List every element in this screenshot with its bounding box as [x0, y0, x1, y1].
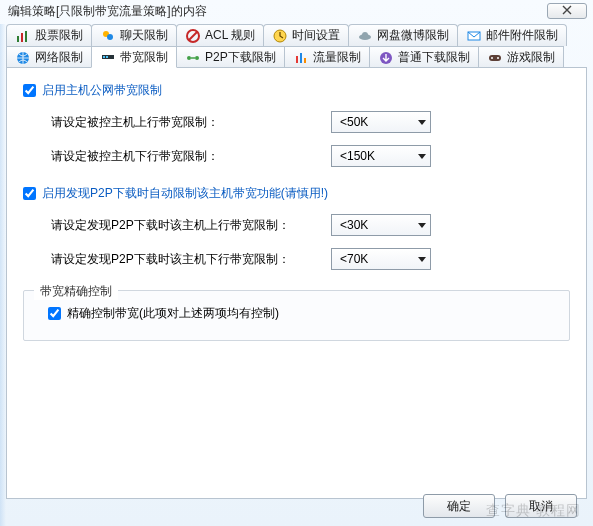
dropdown-upload-limit[interactable]: <50K [331, 111, 431, 133]
dropdown-download-limit[interactable]: <150K [331, 145, 431, 167]
tab-label: 股票限制 [35, 27, 83, 44]
label-precise-control: 精确控制带宽(此项对上述两项均有控制) [67, 305, 279, 322]
acl-icon [185, 28, 201, 44]
tab-label: 带宽限制 [120, 49, 168, 66]
mail-icon [466, 28, 482, 44]
row-p2p-upload-limit: 请设定发现P2P下载时该主机上行带宽限制： <30K [51, 214, 570, 236]
game-icon [487, 50, 503, 66]
dropdown-value: <30K [340, 218, 368, 232]
tab-row-1: 股票限制 聊天限制 ACL 规则 时间设置 网盘微博限制 邮件附件限制 [6, 24, 587, 46]
label-enable-p2p: 启用发现P2P下载时自动限制该主机带宽功能(请慎用!) [42, 185, 328, 202]
svg-rect-14 [106, 56, 108, 58]
svg-rect-19 [300, 53, 302, 63]
svg-line-6 [189, 32, 197, 40]
stock-icon [15, 28, 31, 44]
row-p2p-download-limit: 请设定发现P2P下载时该主机下行带宽限制： <70K [51, 248, 570, 270]
tab-p2p-limit[interactable]: P2P下载限制 [176, 46, 285, 68]
row-enable-p2p: 启用发现P2P下载时自动限制该主机带宽功能(请慎用!) [23, 185, 570, 202]
group-main-limits: 请设定被控主机上行带宽限制： <50K 请设定被控主机下行带宽限制： <150K [51, 111, 570, 167]
group-p2p-limits: 请设定发现P2P下载时该主机上行带宽限制： <30K 请设定发现P2P下载时该主… [51, 214, 570, 270]
ok-button[interactable]: 确定 [423, 494, 495, 518]
tab-label: 网盘微博限制 [377, 27, 449, 44]
svg-rect-22 [489, 55, 501, 61]
dropdown-p2p-download-limit[interactable]: <70K [331, 248, 431, 270]
label-enable-main: 启用主机公网带宽限制 [42, 82, 162, 99]
dropdown-value: <50K [340, 115, 368, 129]
tab-bandwidth-limit[interactable]: 带宽限制 [91, 46, 177, 68]
chat-icon [100, 28, 116, 44]
button-label: 确定 [447, 498, 471, 515]
tab-time-settings[interactable]: 时间设置 [263, 24, 349, 46]
tab-stock-limit[interactable]: 股票限制 [6, 24, 92, 46]
clock-icon [272, 28, 288, 44]
tab-label: 网络限制 [35, 49, 83, 66]
svg-point-24 [497, 57, 499, 59]
checkbox-precise-control[interactable] [48, 307, 61, 320]
row-upload-limit: 请设定被控主机上行带宽限制： <50K [51, 111, 570, 133]
window-title: 编辑策略[只限制带宽流量策略]的内容 [8, 3, 207, 20]
bandwidth-icon [100, 49, 116, 65]
button-label: 取消 [529, 498, 553, 515]
dropdown-value: <70K [340, 252, 368, 266]
cloud-icon [357, 28, 373, 44]
globe-icon [15, 50, 31, 66]
tab-label: 普通下载限制 [398, 49, 470, 66]
svg-point-9 [362, 32, 368, 38]
row-precise-check: 精确控制带宽(此项对上述两项均有控制) [48, 305, 555, 322]
tab-cloud-weibo-limit[interactable]: 网盘微博限制 [348, 24, 458, 46]
row-download-limit: 请设定被控主机下行带宽限制： <150K [51, 145, 570, 167]
svg-rect-18 [296, 56, 298, 63]
svg-point-16 [195, 56, 199, 60]
svg-rect-1 [21, 33, 23, 42]
tab-strip: 股票限制 聊天限制 ACL 规则 时间设置 网盘微博限制 邮件附件限制 [0, 20, 593, 68]
dialog-window: 编辑策略[只限制带宽流量策略]的内容 股票限制 聊天限制 ACL 规则 [0, 0, 593, 526]
p2p-icon [185, 50, 201, 66]
svg-rect-13 [103, 56, 105, 58]
tab-label: 聊天限制 [120, 27, 168, 44]
checkbox-enable-p2p[interactable] [23, 187, 36, 200]
title-bar: 编辑策略[只限制带宽流量策略]的内容 [0, 0, 593, 20]
legend-precise-control: 带宽精确控制 [34, 283, 118, 300]
svg-rect-2 [25, 31, 27, 42]
svg-point-4 [107, 34, 113, 40]
tab-label: P2P下载限制 [205, 49, 276, 66]
chevron-down-icon [418, 257, 426, 262]
tab-panel-bandwidth: 启用主机公网带宽限制 请设定被控主机上行带宽限制： <50K 请设定被控主机下行… [6, 67, 587, 499]
tab-acl-rules[interactable]: ACL 规则 [176, 24, 264, 46]
tab-chat-limit[interactable]: 聊天限制 [91, 24, 177, 46]
tab-traffic-limit[interactable]: 流量限制 [284, 46, 370, 68]
chevron-down-icon [418, 120, 426, 125]
close-icon [562, 4, 572, 18]
tab-label: 时间设置 [292, 27, 340, 44]
traffic-icon [293, 50, 309, 66]
tab-row-2: 网络限制 带宽限制 P2P下载限制 流量限制 普通下载限制 游戏限制 [6, 46, 587, 68]
dropdown-p2p-upload-limit[interactable]: <30K [331, 214, 431, 236]
label-p2p-upload-limit: 请设定发现P2P下载时该主机上行带宽限制： [51, 217, 331, 234]
checkbox-enable-main[interactable] [23, 84, 36, 97]
chevron-down-icon [418, 154, 426, 159]
tab-label: 邮件附件限制 [486, 27, 558, 44]
fieldset-precise-control: 带宽精确控制 精确控制带宽(此项对上述两项均有控制) [23, 290, 570, 341]
label-download-limit: 请设定被控主机下行带宽限制： [51, 148, 331, 165]
cancel-button[interactable]: 取消 [505, 494, 577, 518]
label-p2p-download-limit: 请设定发现P2P下载时该主机下行带宽限制： [51, 251, 331, 268]
download-icon [378, 50, 394, 66]
tab-game-limit[interactable]: 游戏限制 [478, 46, 564, 68]
dropdown-value: <150K [340, 149, 375, 163]
row-enable-main: 启用主机公网带宽限制 [23, 82, 570, 99]
chevron-down-icon [418, 223, 426, 228]
close-button[interactable] [547, 3, 587, 19]
dialog-button-bar: 确定 取消 [423, 494, 577, 518]
tab-label: 流量限制 [313, 49, 361, 66]
tab-download-limit[interactable]: 普通下载限制 [369, 46, 479, 68]
svg-rect-20 [304, 58, 306, 63]
svg-point-15 [187, 56, 191, 60]
tab-mail-attach-limit[interactable]: 邮件附件限制 [457, 24, 567, 46]
tab-label: 游戏限制 [507, 49, 555, 66]
tab-label: ACL 规则 [205, 27, 255, 44]
tab-network-limit[interactable]: 网络限制 [6, 46, 92, 68]
label-upload-limit: 请设定被控主机上行带宽限制： [51, 114, 331, 131]
svg-rect-0 [17, 36, 19, 42]
svg-point-23 [491, 57, 493, 59]
